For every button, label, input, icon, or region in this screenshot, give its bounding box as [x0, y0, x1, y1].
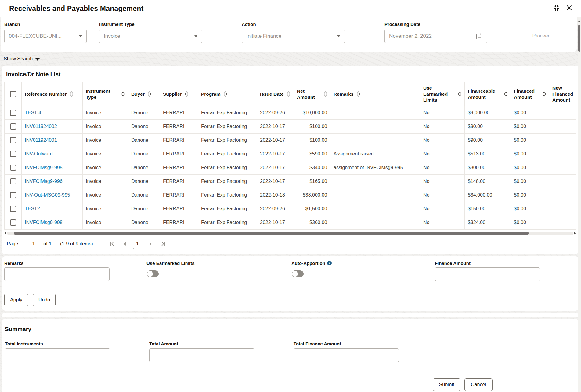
show-search-toggle[interactable]: Show Search	[4, 56, 40, 62]
cell: Ferrari Exp Factoring	[198, 120, 257, 134]
sort-icon[interactable]	[148, 91, 151, 97]
reference-link[interactable]: INV011924002	[25, 124, 57, 129]
sort-icon[interactable]	[504, 91, 507, 97]
total-amount-input[interactable]	[149, 348, 254, 362]
proceed-button[interactable]: Proceed	[527, 30, 556, 42]
instrument-type-select[interactable]: Invoice	[99, 30, 202, 43]
scroll-up-icon[interactable]	[578, 20, 580, 22]
cell: Ferrari Exp Factoring	[198, 147, 257, 161]
reference-link[interactable]: INVFCIMsg9-996	[25, 179, 63, 184]
reference-link[interactable]: INV-Out-MSG09-995	[25, 192, 70, 198]
sort-icon[interactable]	[70, 91, 73, 97]
row-checkbox[interactable]	[10, 165, 16, 171]
reference-number-cell: INV-Outward	[22, 147, 83, 161]
auto-apportion-toggle[interactable]	[292, 270, 304, 277]
sort-icon[interactable]	[185, 91, 188, 97]
apply-button[interactable]: Apply	[4, 294, 28, 306]
sort-icon[interactable]	[357, 91, 360, 97]
submit-button[interactable]: Submit	[433, 378, 460, 391]
cell: $148.00	[465, 175, 511, 188]
total-instruments-input[interactable]	[5, 348, 110, 362]
cell	[330, 202, 420, 216]
reference-number-cell: INVFCIMsg9-998	[22, 216, 83, 230]
vertical-scrollbar[interactable]	[578, 17, 581, 392]
cell: $100.00	[294, 120, 330, 134]
sort-icon[interactable]	[121, 91, 125, 97]
reference-link[interactable]: TESTI4	[25, 110, 41, 115]
reference-link[interactable]: INV011924001	[25, 137, 57, 143]
use-earmarked-limits-toggle[interactable]	[147, 270, 159, 277]
row-checkbox[interactable]	[10, 192, 16, 198]
sort-icon[interactable]	[224, 91, 227, 97]
cell: Ferrari Exp Factoring	[198, 202, 257, 216]
scroll-right-icon[interactable]	[574, 232, 576, 235]
column-header: Financeable Amount	[465, 82, 511, 106]
select-all-checkbox[interactable]	[10, 91, 16, 97]
row-checkbox[interactable]	[10, 110, 16, 116]
cell	[330, 175, 420, 188]
processing-date-field[interactable]: November 2, 2022	[384, 30, 487, 43]
table-row: INV-Out-MSG09-995InvoiceDanoneFERRARIFer…	[5, 188, 576, 202]
cell: $0.00	[511, 216, 549, 230]
cell: Danone	[128, 216, 160, 230]
column-header: Use Earmarked Limits	[420, 82, 465, 106]
cell: Ferrari Exp Factoring	[198, 216, 257, 230]
row-checkbox[interactable]	[10, 219, 16, 226]
row-checkbox[interactable]	[10, 137, 16, 143]
table-row: INVFCIMsg9-996InvoiceDanoneFERRARIFerrar…	[5, 175, 576, 188]
sort-icon[interactable]	[324, 91, 327, 97]
cell: Danone	[128, 134, 160, 147]
sort-icon[interactable]	[287, 91, 290, 97]
action-select[interactable]: Initiate Finance	[242, 30, 345, 43]
scroll-left-icon[interactable]	[4, 232, 6, 235]
close-icon[interactable]	[567, 5, 572, 10]
first-page-icon[interactable]	[109, 239, 117, 248]
row-checkbox[interactable]	[10, 178, 16, 184]
info-icon[interactable]: i	[327, 261, 332, 265]
cell: $0.00	[511, 188, 549, 202]
column-header: Issue Date	[257, 82, 294, 106]
last-page-icon[interactable]	[159, 239, 167, 248]
page-number-button[interactable]: 1	[133, 239, 142, 249]
next-page-icon[interactable]	[146, 239, 154, 248]
cell: FERRARI	[160, 202, 198, 216]
reference-link[interactable]: TEST2	[25, 206, 40, 211]
scrollbar-thumb[interactable]	[14, 232, 529, 235]
scrollbar-track[interactable]	[7, 232, 573, 235]
horizontal-scrollbar[interactable]	[4, 231, 576, 235]
total-finance-amount-input[interactable]	[294, 348, 399, 362]
cell: Danone	[128, 202, 160, 216]
titlebar: Receivables and Payables Management	[0, 0, 581, 17]
reference-link[interactable]: INVFCIMsg9-995	[25, 165, 63, 170]
reference-link[interactable]: INVFCIMsg9-998	[25, 220, 63, 225]
cancel-button[interactable]: Cancel	[464, 378, 493, 391]
sort-icon[interactable]	[543, 91, 546, 97]
filter-panel: Branch 004-FLEXCUBE-UNI... Instrument Ty…	[1, 17, 577, 52]
column-header: Reference Number	[22, 82, 83, 106]
cell: Ferrari Exp Factoring	[198, 161, 257, 175]
sort-icon[interactable]	[458, 91, 461, 97]
cell	[549, 147, 576, 161]
cell: No	[420, 106, 465, 120]
previous-page-icon[interactable]	[121, 239, 129, 248]
total-instruments-label: Total Instruments	[5, 341, 43, 346]
cell: $0.00	[511, 175, 549, 188]
undo-button[interactable]: Undo	[33, 294, 56, 306]
cell	[549, 216, 576, 230]
reference-link[interactable]: INV-Outward	[25, 151, 53, 156]
collapse-window-icon[interactable]	[553, 4, 560, 11]
calendar-icon[interactable]	[476, 33, 483, 40]
header-row: Reference NumberInstrument TypeBuyerSupp…	[5, 82, 576, 106]
cell: $90.00	[465, 120, 511, 134]
cell: No	[420, 147, 465, 161]
cell: $0.00	[511, 120, 549, 134]
cell: Invoice	[83, 134, 128, 147]
cell: FERRARI	[160, 120, 198, 134]
row-checkbox[interactable]	[10, 206, 16, 212]
row-checkbox[interactable]	[10, 151, 16, 157]
remarks-input[interactable]	[4, 267, 110, 281]
finance-amount-input[interactable]	[435, 267, 540, 281]
branch-select[interactable]: 004-FLEXCUBE-UNI...	[4, 30, 87, 43]
scrollbar-thumb[interactable]	[578, 25, 580, 52]
row-checkbox[interactable]	[10, 123, 16, 130]
